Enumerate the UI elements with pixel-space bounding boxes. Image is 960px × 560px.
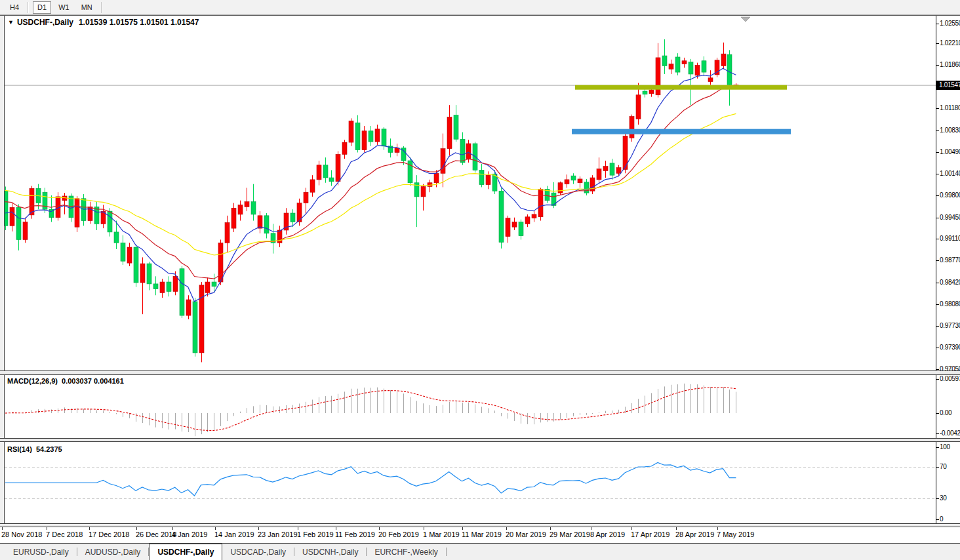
date-label: 20 Mar 2019 (506, 530, 546, 538)
axis-tick (936, 498, 939, 499)
axis-label: 70 (940, 463, 947, 470)
ma-8-line (5, 68, 736, 302)
date-label: 26 Dec 2018 (136, 530, 176, 538)
support-band[interactable] (572, 129, 791, 134)
axis-label: 1.00490 (940, 148, 960, 155)
axis-tick (936, 413, 939, 414)
macd-name: MACD(12,26,9) (7, 377, 58, 385)
timeframe-button-mn[interactable]: MN (77, 1, 97, 14)
axis-tick (936, 65, 939, 66)
axis-label: 0.99450 (940, 214, 960, 221)
date-tick (424, 527, 424, 530)
chart-title: ▼USDCHF-,Daily1.01539 1.01575 1.01501 1.… (8, 18, 199, 27)
macd-histogram (6, 384, 736, 436)
date-tick (631, 527, 632, 530)
chart-tab-eurusd[interactable]: EURUSD-,Daily (5, 544, 77, 560)
tab-divider (446, 548, 447, 556)
axis-label: 0.97390 (940, 344, 960, 351)
date-label: 11 Feb 2019 (335, 530, 375, 538)
resistance-band[interactable] (575, 85, 787, 90)
axis-label: 100 (940, 443, 950, 450)
panel-separator-macd-rsi[interactable] (0, 438, 960, 442)
axis-tick (936, 130, 939, 131)
symbol-dropdown-icon[interactable]: ▼ (8, 19, 14, 26)
axis-tick (936, 152, 939, 153)
axis-tick (936, 467, 939, 468)
axis-tick (936, 108, 939, 109)
date-tick (591, 527, 591, 530)
date-label: 7 May 2019 (717, 530, 754, 538)
chart-tab-usdchf[interactable]: USDCHF-,Daily (149, 544, 222, 560)
date-tick (550, 527, 551, 530)
axis-tick (936, 43, 939, 44)
date-tick (717, 527, 718, 530)
date-label: 29 Mar 2019 (550, 530, 590, 538)
timeframe-toolbar: H4D1W1MN (0, 0, 960, 15)
chart-canvas[interactable] (0, 0, 960, 560)
timeframe-button-h4[interactable]: H4 (5, 1, 24, 14)
date-tick (172, 527, 173, 530)
mt4-window: H4D1W1MN ▼USDCHF-,Daily1.01539 1.01575 1… (0, 0, 960, 560)
rsi-level-lines (5, 468, 936, 499)
axis-tick (936, 24, 939, 24)
rsi-label: RSI(14)54.2375 (7, 445, 62, 453)
date-label: 17 Dec 2018 (89, 530, 129, 538)
date-label: 28 Nov 2018 (1, 530, 42, 538)
date-axis[interactable]: 28 Nov 20187 Dec 201817 Dec 201826 Dec 2… (0, 527, 960, 543)
rsi-name: RSI(14) (7, 445, 32, 453)
axis-label: 0.98770 (940, 256, 960, 264)
panel-separator-main-macd[interactable] (0, 370, 960, 375)
date-tick (298, 527, 298, 530)
date-tick (336, 527, 336, 530)
date-tick (47, 527, 47, 530)
axis-tick (936, 283, 939, 283)
axis-label: 1.01180 (940, 104, 960, 111)
current-price-badge: 1.01547 (936, 81, 960, 90)
window-left-edge (0, 16, 5, 527)
axis-label: 0.98420 (940, 279, 960, 286)
timeframe-button-d1[interactable]: D1 (33, 1, 51, 14)
date-label: 23 Jan 2019 (258, 530, 298, 538)
rsi-value: 54.2375 (36, 445, 62, 453)
axis-tick (936, 519, 939, 520)
timeframe-button-w1[interactable]: W1 (54, 1, 74, 14)
chart-shift-marker-icon[interactable] (741, 17, 750, 22)
axis-label: 30 (940, 494, 947, 502)
axis-tick (936, 174, 939, 174)
date-tick (462, 527, 463, 530)
date-tick (136, 527, 137, 530)
date-tick (215, 527, 216, 530)
ma-17-line (5, 87, 736, 279)
date-tick (676, 527, 677, 530)
chart-tab-usdcnh[interactable]: USDCNH-,Daily (294, 544, 366, 560)
axis-label: 1.02550 (940, 20, 960, 27)
chart-window-frame (0, 15, 960, 16)
date-label: 1 Mar 2019 (423, 530, 460, 538)
date-tick (89, 527, 90, 530)
axis-tick (936, 195, 939, 196)
toolbar-separator (28, 2, 29, 13)
price-axis[interactable]: 1.01547 1.025501.022101.018601.011801.00… (936, 16, 960, 527)
axis-label: 0.99110 (940, 235, 960, 242)
date-tick (506, 527, 507, 530)
axis-label: 0 (940, 515, 943, 523)
date-tick (258, 527, 259, 530)
chart-tab-bar: EURUSD-,DailyAUDUSD-,DailyUSDCHF-,DailyU… (0, 544, 960, 560)
date-label: 28 Apr 2019 (675, 530, 714, 538)
axis-tick (936, 218, 939, 218)
chart-tab-eurchf[interactable]: EURCHF-,Weekly (367, 544, 445, 560)
chart-tab-audusd[interactable]: AUDUSD-,Daily (77, 544, 149, 560)
axis-label: 1.01860 (940, 61, 960, 68)
axis-label: 0.00597 (940, 375, 960, 382)
date-label: 11 Mar 2019 (462, 530, 502, 538)
axis-tick (936, 304, 939, 305)
chart-ohlc-values: 1.01539 1.01575 1.01501 1.01547 (79, 18, 199, 27)
date-label: 7 Dec 2018 (46, 530, 83, 538)
axis-tick (936, 447, 939, 448)
axis-label: 0.97730 (940, 322, 960, 329)
date-tick (379, 527, 380, 530)
axis-label: 1.00140 (940, 170, 960, 177)
axis-label: 0.00 (940, 409, 951, 416)
axis-label: 1.00830 (940, 127, 960, 134)
chart-tab-usdcad[interactable]: USDCAD-,Daily (222, 544, 294, 560)
